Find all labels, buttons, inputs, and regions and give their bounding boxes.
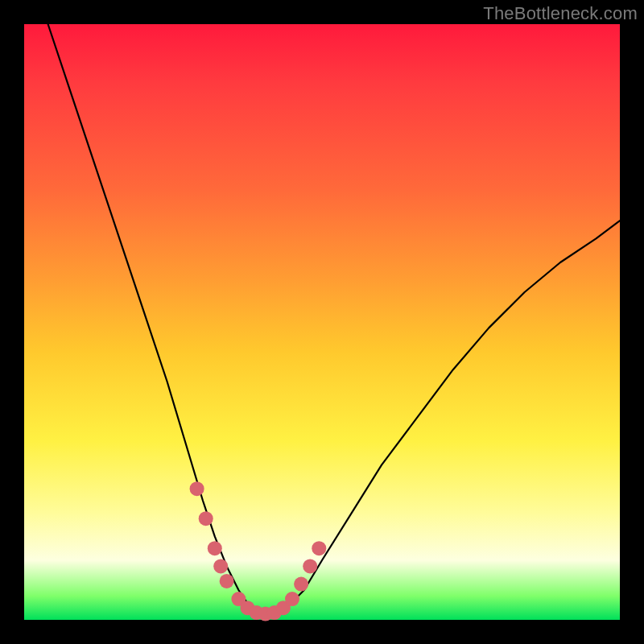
highlight-dot <box>213 559 228 573</box>
highlight-dot <box>199 511 213 526</box>
bottleneck-curve <box>48 24 620 614</box>
chart-stage: TheBottleneck.com <box>0 0 644 644</box>
curve-svg <box>24 24 620 620</box>
highlight-dot <box>220 574 234 588</box>
watermark-text: TheBottleneck.com <box>483 3 638 24</box>
highlight-dot <box>285 592 299 606</box>
highlight-dot <box>208 541 222 555</box>
highlight-dot <box>190 481 204 496</box>
highlight-dot <box>303 559 317 573</box>
highlight-dot <box>294 577 308 592</box>
plot-area <box>24 24 620 620</box>
highlight-dot <box>312 541 326 555</box>
highlight-dots <box>190 481 327 621</box>
